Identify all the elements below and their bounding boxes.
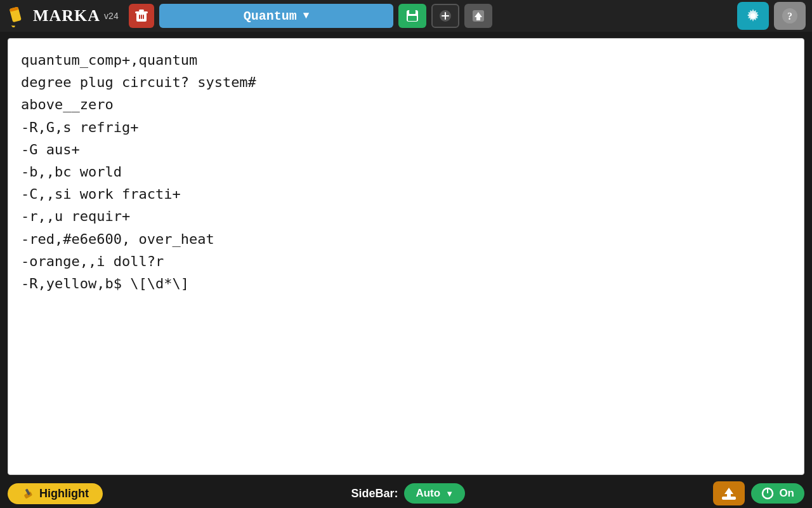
power-icon <box>761 487 774 500</box>
sidebar-dropdown[interactable]: Auto ▼ <box>404 483 465 504</box>
svg-rect-10 <box>409 10 416 14</box>
svg-rect-7 <box>141 15 142 19</box>
delete-button[interactable] <box>129 4 154 28</box>
svg-text:?: ? <box>787 11 792 22</box>
svg-marker-23 <box>724 488 733 497</box>
question-icon: ? <box>782 8 798 24</box>
power-button[interactable]: On <box>751 483 804 504</box>
settings-button[interactable] <box>737 2 769 30</box>
app-name: Marka <box>33 6 100 25</box>
save-button[interactable] <box>398 4 426 28</box>
svg-rect-4 <box>135 11 148 13</box>
highlight-button[interactable]: Highlight <box>8 483 103 504</box>
dropdown-chevron: ▼ <box>303 10 310 22</box>
sidebar-label: SideBar: <box>351 487 398 500</box>
svg-rect-5 <box>139 10 144 11</box>
collection-dropdown[interactable]: Quantum ▼ <box>159 4 394 28</box>
sidebar-option: Auto <box>416 487 440 500</box>
power-label: On <box>779 487 794 500</box>
help-button[interactable]: ? <box>774 2 806 30</box>
trash-icon <box>134 9 148 23</box>
export-icon <box>471 9 485 23</box>
editor-content[interactable]: quantum_comp+,quantum degree plug circui… <box>21 49 791 295</box>
add-button[interactable] <box>431 4 459 28</box>
svg-rect-22 <box>722 497 736 500</box>
bottombar: Highlight SideBar: Auto ▼ On <box>0 479 812 508</box>
version-badge: v24 <box>104 11 119 21</box>
sidebar-chevron: ▼ <box>445 489 454 498</box>
svg-rect-8 <box>143 15 144 19</box>
topbar: Marka v24 Quantum ▼ <box>0 0 812 32</box>
main-editor-area[interactable]: quantum_comp+,quantum degree plug circui… <box>8 38 804 475</box>
export-button[interactable] <box>464 4 492 28</box>
highlight-label: Highlight <box>39 487 89 500</box>
svg-rect-6 <box>139 15 140 19</box>
pencil-icon <box>6 4 29 27</box>
add-icon <box>438 9 452 23</box>
svg-rect-11 <box>408 16 417 21</box>
save-icon <box>405 9 419 23</box>
download-icon <box>721 485 737 502</box>
download-button[interactable] <box>713 481 745 505</box>
highlighter-icon <box>22 487 34 500</box>
svg-rect-25 <box>767 488 768 493</box>
svg-marker-1 <box>11 25 16 27</box>
logo-area: Marka v24 <box>6 4 119 27</box>
collection-name: Quantum <box>244 9 297 23</box>
gear-icon <box>745 8 761 24</box>
svg-rect-14 <box>442 15 449 17</box>
